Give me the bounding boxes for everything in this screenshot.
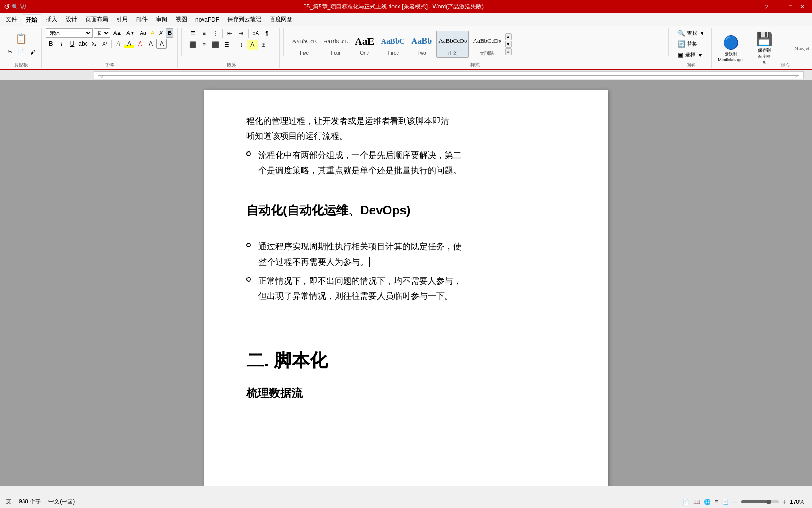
select-icon: ▣ [678, 51, 683, 58]
justify-button[interactable]: ☰ [221, 40, 232, 50]
text-effect-button[interactable]: A [113, 39, 124, 49]
style-no-spacing[interactable]: AaBbCcD₀ 无间隔 [471, 31, 503, 58]
editing-area: 🔍 查找 ▼ 🔄 替换 ▣ 选择 ▼ [674, 28, 708, 60]
menu-layout[interactable]: 页面布局 [82, 14, 112, 25]
zoom-thumb[interactable] [766, 500, 771, 504]
font-name-select[interactable]: 宋体 [46, 28, 93, 38]
align-center-button[interactable]: ≡ [199, 40, 209, 50]
baidu-save-button[interactable]: 💾 保存到百度网盘 [752, 29, 777, 68]
menu-file[interactable]: 文件 [2, 14, 21, 25]
align-left-button[interactable]: ⬛ [187, 40, 198, 50]
view-mode-print[interactable]: 📖 [693, 499, 700, 505]
zoom-plus[interactable]: + [782, 498, 786, 506]
style-four[interactable]: AaBbCcL Four [321, 31, 351, 57]
find-button[interactable]: 🔍 查找 ▼ [674, 28, 708, 38]
strikethrough-button[interactable]: abc [78, 39, 88, 49]
font-grow-button[interactable]: A▲ [111, 28, 124, 38]
underline-button[interactable]: U [67, 39, 78, 49]
title-help[interactable]: ? [765, 3, 768, 10]
highlight-button[interactable]: A [149, 28, 156, 38]
menu-home[interactable]: 开始 [22, 14, 41, 25]
style-normal-preview: AaBbCcD₀ [438, 32, 466, 50]
subscript-button[interactable]: X₂ [89, 39, 99, 49]
title-restore[interactable]: □ [785, 3, 796, 10]
italic-button[interactable]: I [56, 39, 67, 49]
bold-format-button[interactable]: B [166, 28, 173, 38]
menu-view[interactable]: 视图 [172, 14, 191, 25]
mindmanager-button[interactable]: 🔵 发送到MindManager [714, 32, 748, 64]
shading-button[interactable]: A [247, 40, 258, 50]
style-three[interactable]: AaBbC Three [379, 31, 407, 57]
font-shrink-button[interactable]: A▼ [125, 28, 137, 38]
align-right-button[interactable]: ⬛ [210, 40, 220, 50]
view-mode-icon[interactable]: 📄 [682, 499, 689, 505]
replace-button[interactable]: 🔄 替换 [674, 39, 708, 49]
line-spacing-button[interactable]: ↕ [236, 40, 246, 50]
font-case-button[interactable]: Aa [138, 28, 148, 38]
font-size-select[interactable]: 四号 [94, 28, 110, 38]
style-one[interactable]: AaE One [352, 31, 377, 57]
paste-button[interactable]: 📋 [14, 31, 29, 46]
style-five[interactable]: AaBbCcE Five [289, 31, 319, 57]
menu-design[interactable]: 设计 [62, 14, 81, 25]
zoom-slider[interactable] [741, 500, 779, 503]
paragraph-label: 段落 [187, 61, 275, 68]
zoom-value[interactable]: 170% [790, 499, 806, 505]
sep1 [181, 28, 182, 56]
style-scroll-down[interactable]: ▼ [505, 41, 512, 48]
increase-indent-button[interactable]: ⇥ [236, 28, 246, 39]
style-two[interactable]: AaBb Two [409, 31, 434, 57]
bold-button[interactable]: B [46, 39, 56, 49]
clear-format-button[interactable]: ✗ [157, 28, 165, 38]
menu-insert[interactable]: 插入 [42, 14, 61, 25]
font-color-button[interactable]: A [135, 39, 145, 49]
menu-review[interactable]: 审阅 [152, 14, 171, 25]
menu-references[interactable]: 引用 [113, 14, 132, 25]
right-tools: 🔵 发送到MindManager 💾 保存到百度网盘 保存 Mindjet [714, 28, 809, 68]
char-border-button[interactable]: A [156, 39, 167, 49]
view-mode-draft[interactable]: 📃 [722, 499, 729, 505]
sort-button[interactable]: ↕A [250, 28, 261, 39]
border-button[interactable]: ⊞ [258, 40, 269, 50]
style-five-label: Five [300, 50, 309, 56]
select-arrow: ▼ [697, 52, 703, 58]
bullet-circle-1 [246, 151, 251, 156]
menu-baidu[interactable]: 百度网盘 [266, 14, 296, 25]
copy-button[interactable]: 📄 [16, 47, 26, 57]
char-shading-button[interactable]: A [146, 39, 156, 49]
view-mode-web[interactable]: 🌐 [704, 499, 711, 505]
ribbon-content: 📋 ✂ 📄 🖌 剪贴板 宋体 四号 A▲ A▼ Aa [0, 26, 812, 69]
menu-novapdf[interactable]: novaPDF [192, 15, 223, 24]
menu-save-cloud[interactable]: 保存到云笔记 [224, 14, 265, 25]
style-five-preview: AaBbCcE [292, 32, 317, 50]
title-close[interactable]: ✕ [796, 3, 808, 10]
title-minimize[interactable]: ─ [773, 3, 785, 10]
show-hide-button[interactable]: ¶ [262, 28, 272, 39]
ruler: ◁ ▷ [0, 70, 812, 80]
style-expand[interactable]: ≡ [505, 48, 512, 55]
replace-icon: 🔄 [678, 40, 685, 48]
select-button[interactable]: ▣ 选择 ▼ [674, 50, 708, 60]
bullet-list-2: 通过程序实现周期性执行相关项目计算的既定任务，使 整个过程不再需要人为参与。 正… [246, 239, 566, 304]
menu-mail[interactable]: 邮件 [133, 14, 151, 25]
superscript-button[interactable]: X² [100, 39, 110, 49]
format-painter-button[interactable]: 🖌 [27, 47, 38, 57]
view-mode-outline[interactable]: ≡ [715, 499, 718, 505]
font-name-row: 宋体 四号 A▲ A▼ Aa A ✗ B [46, 28, 173, 38]
ruler-bar: ◁ ▷ [94, 71, 804, 79]
bullet-list-button[interactable]: ☰ [187, 28, 198, 39]
bullet-item-3: 正常情况下，即不出问题的情况下，均不需要人参与， 但出现了异常情况，则往往需要人… [246, 273, 566, 304]
number-list-button[interactable]: ≡ [199, 28, 209, 39]
multilevel-list-button[interactable]: ⋮ [210, 28, 220, 39]
bullet-text-2: 通过程序实现周期性执行相关项目计算的既定任务，使 整个过程不再需要人为参与。 [258, 239, 461, 270]
document-page[interactable]: 程化的管理过程，让开发者或是运维者看到该脚本即清 晰知道该项目的运行流程。 流程… [204, 90, 608, 486]
text-highlight-button[interactable]: A [124, 39, 134, 49]
bullet-text-3: 正常情况下，即不出问题的情况下，均不需要人参与， 但出现了异常情况，则往往需要人… [258, 273, 461, 304]
zoom-minus[interactable]: ─ [733, 498, 737, 506]
style-scroll-up[interactable]: ▲ [505, 33, 512, 40]
document-area: 程化的管理过程，让开发者或是运维者看到该脚本即清 晰知道该项目的运行流程。 流程… [0, 80, 812, 486]
cut-button[interactable]: ✂ [5, 47, 15, 57]
style-normal[interactable]: AaBbCcD₀ 正文 [436, 31, 468, 58]
decrease-indent-button[interactable]: ⇤ [225, 28, 235, 39]
bullet-item-1: 流程化中有两部分组成，一个是先后顺序要解决，第二 个是调度策略，其重点就是单个还… [246, 148, 566, 178]
